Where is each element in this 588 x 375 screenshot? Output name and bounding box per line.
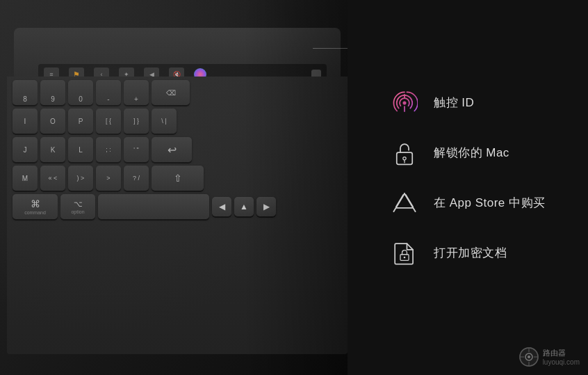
touch-bar-bezel: ≡ ⚑ ‹ ✦ ◀ 🔇 (14, 28, 341, 77)
key-p[interactable]: P (68, 109, 93, 134)
key-k[interactable]: K (40, 137, 65, 162)
feature-touch-id: 触控 ID (389, 88, 560, 118)
feature-section: 触控 ID 解锁你的 Mac (348, 0, 588, 375)
key-semicolon[interactable]: ; : (96, 137, 121, 162)
feature-encrypted-doc: 打开加密文档 (389, 238, 560, 269)
key-l[interactable]: L (68, 137, 93, 162)
key-backslash[interactable]: \ | (152, 109, 177, 134)
key-equals[interactable]: + (124, 80, 149, 105)
key-option[interactable]: ⌥ option (60, 194, 95, 219)
key-row-numbers: 8 9 0 - + ⌫ (13, 80, 276, 105)
keyboard-section: ≡ ⚑ ‹ ✦ ◀ 🔇 8 9 0 - + ⌫ I O P [ { (0, 0, 348, 375)
feature-unlock-mac: 解锁你的 Mac (389, 138, 560, 168)
key-arrow-up[interactable]: ▲ (234, 197, 254, 216)
connector-line (313, 48, 348, 49)
svg-line-6 (406, 194, 413, 206)
lock-icon (389, 138, 420, 168)
key-j[interactable]: J (13, 137, 38, 162)
key-9[interactable]: 9 (40, 80, 65, 105)
key-row-bottom: ⌘ command ⌥ option ◀ ▲ ▶ (13, 194, 276, 219)
key-bracket-right[interactable]: ] } (124, 109, 149, 134)
key-period[interactable]: ) > (68, 166, 93, 191)
key-arrow-right[interactable]: ▶ (256, 197, 276, 216)
fingerprint-icon (389, 88, 420, 118)
key-arrow-left[interactable]: ◀ (212, 197, 231, 216)
app-store-icon (389, 188, 420, 218)
watermark-icon (519, 347, 539, 367)
app-store-label: 在 App Store 中购买 (434, 195, 546, 211)
encrypted-doc-label: 打开加密文档 (434, 245, 507, 261)
watermark-text-group: 路由器 luyouqi.com (543, 348, 580, 366)
feature-app-store: 在 App Store 中购买 (389, 188, 560, 218)
key-shift-right[interactable]: ⇧ (152, 166, 204, 191)
key-space[interactable] (98, 194, 209, 219)
locked-doc-icon (389, 238, 420, 269)
watermark-title: 路由器 (543, 348, 580, 358)
key-minus[interactable]: - (96, 80, 121, 105)
watermark-url: luyouqi.com (543, 358, 580, 366)
key-row-jkl: J K L ; : ' " ↩ (13, 137, 276, 162)
key-gt[interactable]: > (96, 166, 121, 191)
key-enter[interactable]: ↩ (152, 137, 192, 162)
key-o[interactable]: O (40, 109, 65, 134)
unlock-mac-label: 解锁你的 Mac (434, 145, 509, 161)
key-row-m: M « < ) > > ? / ⇧ (13, 166, 276, 191)
key-bracket-left[interactable]: [ { (96, 109, 121, 134)
key-rows: 8 9 0 - + ⌫ I O P [ { ] } \ | J K L ; : … (13, 80, 276, 219)
key-command[interactable]: ⌘ command (13, 194, 58, 219)
key-0[interactable]: 0 (68, 80, 93, 105)
key-comma[interactable]: « < (40, 166, 65, 191)
key-i[interactable]: I (13, 109, 38, 134)
svg-point-9 (404, 256, 406, 258)
svg-line-5 (396, 194, 403, 206)
key-backspace[interactable]: ⌫ (152, 80, 190, 105)
watermark: 路由器 luyouqi.com (519, 347, 580, 367)
svg-point-1 (403, 157, 406, 159)
svg-point-12 (528, 356, 530, 358)
touch-id-label: 触控 ID (434, 95, 474, 111)
key-m[interactable]: M (13, 166, 38, 191)
key-8[interactable]: 8 (13, 80, 38, 105)
key-slash[interactable]: ? / (124, 166, 149, 191)
key-row-iop: I O P [ { ] } \ | (13, 109, 276, 134)
key-quote[interactable]: ' " (124, 137, 149, 162)
